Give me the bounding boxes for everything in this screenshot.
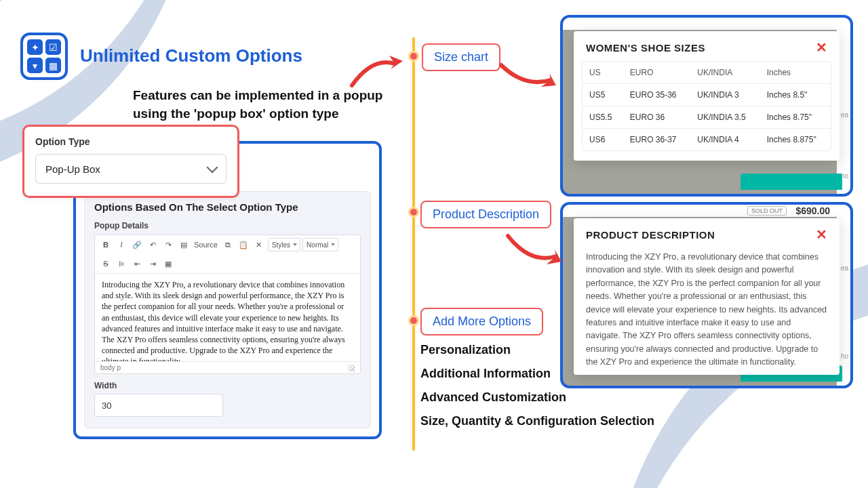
table-row: US5.5EURO 36UK/INDIA 3.5Inches 8.75" [583, 106, 831, 129]
rte-textarea[interactable]: Introducing the XZY Pro, a revolutionary… [95, 274, 360, 361]
arrow-icon [505, 230, 566, 274]
tag-size-chart[interactable]: Size chart [422, 43, 500, 71]
size-chart-title: WOMEN'S SHOE SIZES [586, 42, 705, 54]
link-icon[interactable]: 🔗 [130, 238, 144, 251]
app-header: ✦☑▾▦ Unlimited Custom Options [20, 33, 302, 80]
product-description-title: PRODUCT DESCRIPTION [586, 229, 715, 241]
table-icon[interactable]: ▦ [161, 257, 175, 270]
sold-out-badge: SOLD OUT [747, 206, 787, 216]
rte-statusbar: body p [95, 361, 360, 373]
close-icon[interactable]: ✕ [816, 228, 827, 241]
editor-panel-title: Options Based On The Select Option Type [94, 201, 361, 213]
app-logo-icon: ✦☑▾▦ [20, 33, 68, 80]
close-icon[interactable]: ✕ [816, 41, 827, 54]
option-type-label: Option Type [35, 136, 226, 147]
source-button[interactable]: Source [193, 238, 219, 251]
timeline-dot-1 [408, 51, 419, 62]
tag-product-description[interactable]: Product Description [420, 201, 551, 228]
more-option-item: Advanced Customization [420, 390, 654, 405]
tag-add-more-options[interactable]: Add More Options [420, 308, 543, 336]
preview-size-chart-frame: eaho WOMEN'S SHOE SIZES ✕ US EURO UK/IND… [560, 15, 853, 197]
subscript-icon[interactable]: Ix [115, 257, 128, 270]
size-chart-table: US EURO UK/INDIA Inches US5EURO 35-36UK/… [583, 62, 831, 150]
undo-icon[interactable]: ↶ [146, 238, 159, 251]
indent-icon[interactable]: ⇥ [146, 257, 159, 270]
timeline-dot-2 [408, 207, 419, 218]
format-select[interactable]: Normal [302, 238, 338, 251]
table-header-row: US EURO UK/INDIA Inches [583, 62, 831, 84]
timeline-dot-3 [408, 315, 419, 326]
more-option-item: Size, Quantity & Configuration Selection [420, 414, 654, 428]
teal-cta-button[interactable] [741, 174, 842, 190]
bold-icon[interactable]: B [99, 238, 113, 251]
more-option-item: Additional Information [420, 367, 654, 381]
arrow-icon [498, 60, 559, 96]
redo-icon[interactable]: ↷ [161, 238, 175, 251]
width-label: Width [94, 381, 361, 390]
table-row: US6EURO 36-37UK/INDIA 4Inches 8.875" [583, 129, 831, 151]
clear-icon[interactable]: ✕ [252, 238, 266, 251]
paste-icon[interactable]: 📋 [237, 238, 250, 251]
more-options-list: Personalization Additional Information A… [420, 343, 654, 428]
timeline-rail [412, 37, 415, 451]
more-option-item: Personalization [420, 343, 654, 357]
app-title: Unlimited Custom Options [80, 45, 302, 66]
strike-icon[interactable]: S [99, 257, 113, 270]
resize-grip-icon[interactable] [348, 365, 355, 371]
copy-icon[interactable]: ⧉ [221, 238, 235, 251]
product-price: $690.00 [795, 205, 830, 217]
table-row: US5EURO 35-36UK/INDIA 3Inches 8.5" [583, 84, 831, 106]
chevron-down-icon [207, 162, 218, 174]
italic-icon[interactable]: I [115, 238, 128, 251]
rte-toolbar: B I 🔗 ↶ ↷ ▤ Source ⧉ 📋 ✕ Styles Normal S… [95, 235, 360, 274]
source-icon[interactable]: ▤ [177, 238, 191, 251]
popup-details-label: Popup Details [94, 221, 361, 230]
size-chart-modal: WOMEN'S SHOE SIZES ✕ US EURO UK/INDIA In… [574, 31, 840, 161]
outdent-icon[interactable]: ⇤ [130, 257, 144, 270]
header-subtitle: Features can be implemented in a popup u… [133, 87, 397, 123]
styles-select[interactable]: Styles [268, 238, 300, 251]
rich-text-editor: B I 🔗 ↶ ↷ ▤ Source ⧉ 📋 ✕ Styles Normal S… [94, 235, 361, 374]
option-type-value: Pop-Up Box [45, 163, 100, 175]
option-type-card: Option Type Pop-Up Box [22, 125, 239, 198]
option-type-select[interactable]: Pop-Up Box [35, 154, 226, 184]
width-input[interactable] [94, 394, 223, 417]
rte-path: body p [100, 364, 121, 371]
